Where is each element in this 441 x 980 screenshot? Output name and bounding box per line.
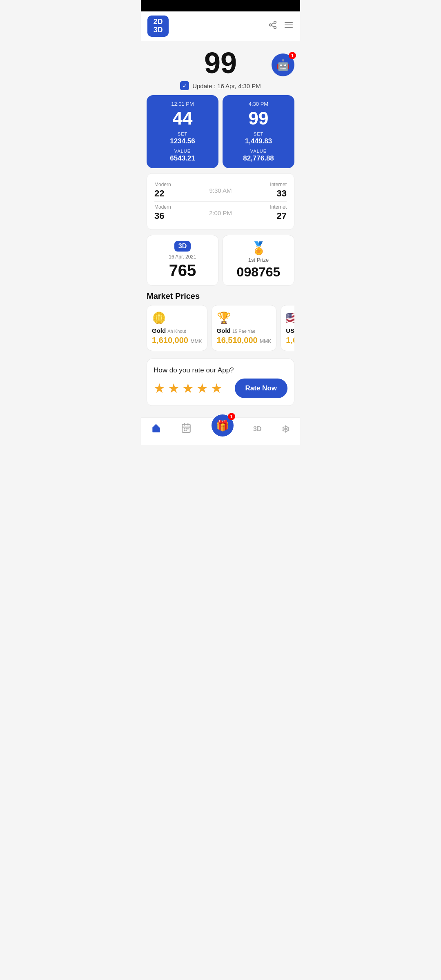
star-rating: ★ ★ ★ ★ ★ xyxy=(154,381,223,396)
bottom-nav: 🎁 1 3D ❄ xyxy=(141,417,300,445)
app-logo: 2D 3D xyxy=(147,16,169,37)
modern-label-1: Modern xyxy=(154,182,171,187)
internet-num-1: 33 xyxy=(277,188,287,199)
header: 2D 3D xyxy=(141,11,300,41)
morning-set-value: 1234.56 xyxy=(151,137,214,145)
blue-cards-row: 12:01 PM 44 SET 1234.56 VALUE 6543.21 4:… xyxy=(147,95,294,168)
hero-section: 99 🤖 1 xyxy=(147,46,294,80)
nav-gift[interactable]: 🎁 1 xyxy=(212,422,234,437)
gift-button[interactable]: 🎁 1 xyxy=(212,414,234,437)
prize-number: 098765 xyxy=(228,265,289,280)
home-icon xyxy=(151,423,161,436)
bot-avatar[interactable]: 🤖 1 xyxy=(272,53,294,76)
calendar-icon xyxy=(181,423,192,436)
market-scroll: 🪙 Gold Ah Khout 1,610,000 MMK 🏆 Gold 15 … xyxy=(147,305,294,353)
star-3[interactable]: ★ xyxy=(182,381,194,396)
3d-date: 16 Apr, 2021 xyxy=(152,254,213,260)
3d-left-card: 3D 16 Apr, 2021 765 xyxy=(147,235,218,286)
morning-value-label: VALUE xyxy=(151,149,214,154)
morning-value-value: 6543.21 xyxy=(151,154,214,163)
afternoon-set-label: SET xyxy=(227,131,290,136)
gold-pae-yae-icon: 🏆 xyxy=(217,311,272,325)
modern-morning: Modern 22 xyxy=(154,182,171,199)
3d-nav-label: 3D xyxy=(253,425,261,433)
internet-morning: Internet 33 xyxy=(270,182,287,199)
star-5[interactable]: ★ xyxy=(211,381,223,396)
rate-card: How do you rate our App? ★ ★ ★ ★ ★ Rate … xyxy=(147,359,294,406)
gold-ah-khout-icon: 🪙 xyxy=(152,311,202,325)
morning-time: 12:01 PM xyxy=(151,101,214,107)
3d-number: 765 xyxy=(152,261,213,280)
market-price-2: 1,680 MM xyxy=(286,336,294,345)
lottery-row-2: Modern 36 2:00 PM Internet 27 xyxy=(154,201,287,224)
market-name-1: Gold 15 Pae Yae xyxy=(217,327,272,334)
lottery-row-1: Modern 22 9:30 AM Internet 33 xyxy=(154,179,287,201)
star-1[interactable]: ★ xyxy=(154,381,165,396)
share-icon[interactable] xyxy=(268,20,277,32)
3d-badge: 3D xyxy=(174,241,191,252)
svg-rect-8 xyxy=(155,429,158,432)
morning-set-label: SET xyxy=(151,131,214,136)
afternoon-number: 99 xyxy=(227,109,290,128)
nav-calendar[interactable] xyxy=(181,423,192,436)
market-title: Market Prices xyxy=(147,292,294,301)
afternoon-time: 4:30 PM xyxy=(227,101,290,107)
check-icon: ✓ xyxy=(180,81,189,90)
time-930: 9:30 AM xyxy=(209,187,232,194)
usd-icon: 🇺🇸 xyxy=(286,311,294,325)
3d-right-card: 🏅 1st Prize 098765 xyxy=(223,235,294,286)
modern-num-1: 22 xyxy=(154,188,171,199)
snowflake-icon: ❄ xyxy=(281,423,290,436)
svg-line-3 xyxy=(272,25,274,27)
star-4[interactable]: ★ xyxy=(196,381,208,396)
header-icons xyxy=(268,20,294,32)
update-label: ✓ Update : 16 Apr, 4:30 PM xyxy=(147,81,294,90)
prize-icon: 🏅 xyxy=(228,241,289,255)
lottery-info-card: Modern 22 9:30 AM Internet 33 Modern 36 … xyxy=(147,173,294,230)
nav-3d[interactable]: 3D xyxy=(253,425,261,433)
status-bar xyxy=(141,0,300,11)
3d-section: 3D 16 Apr, 2021 765 🏅 1st Prize 098765 xyxy=(147,235,294,286)
rate-question: How do you rate our App? xyxy=(154,366,287,374)
internet-afternoon: Internet 27 xyxy=(270,204,287,221)
afternoon-value-label: VALUE xyxy=(227,149,290,154)
morning-card: 12:01 PM 44 SET 1234.56 VALUE 6543.21 xyxy=(147,95,218,168)
update-text: Update : 16 Apr, 4:30 PM xyxy=(192,82,261,89)
afternoon-card: 4:30 PM 99 SET 1,449.83 VALUE 82,776.88 xyxy=(223,95,294,168)
market-item-0: 🪙 Gold Ah Khout 1,610,000 MMK xyxy=(147,305,207,351)
morning-number: 44 xyxy=(151,109,214,128)
time-200: 2:00 PM xyxy=(209,209,232,216)
prize-label: 1st Prize xyxy=(228,257,289,263)
modern-label-2: Modern xyxy=(154,204,171,210)
bot-badge: 1 xyxy=(289,52,296,59)
internet-num-2: 27 xyxy=(277,211,287,221)
nav-snowflake[interactable]: ❄ xyxy=(281,423,290,436)
modern-afternoon: Modern 36 xyxy=(154,204,171,221)
rate-now-button[interactable]: Rate Now xyxy=(235,379,287,398)
menu-icon[interactable] xyxy=(284,20,294,32)
market-name-2: USD xyxy=(286,327,294,334)
gift-badge: 1 xyxy=(228,413,235,420)
rate-row: ★ ★ ★ ★ ★ Rate Now xyxy=(154,379,287,398)
svg-line-4 xyxy=(272,23,274,24)
modern-num-2: 36 xyxy=(154,211,171,221)
market-price-0: 1,610,000 MMK xyxy=(152,336,202,345)
afternoon-value-value: 82,776.88 xyxy=(227,154,290,163)
internet-label-2: Internet xyxy=(270,204,287,210)
nav-home[interactable] xyxy=(151,423,161,436)
main-content: 99 🤖 1 ✓ Update : 16 Apr, 4:30 PM 12:01 … xyxy=(141,41,300,417)
market-name-0: Gold Ah Khout xyxy=(152,327,202,334)
market-item-1: 🏆 Gold 15 Pae Yae 16,510,000 MMK xyxy=(212,305,277,351)
market-item-2: 🇺🇸 USD 1,680 MM xyxy=(281,305,294,351)
afternoon-set-value: 1,449.83 xyxy=(227,137,290,145)
market-price-1: 16,510,000 MMK xyxy=(217,336,272,345)
star-2[interactable]: ★ xyxy=(168,381,180,396)
internet-label-1: Internet xyxy=(270,182,287,187)
